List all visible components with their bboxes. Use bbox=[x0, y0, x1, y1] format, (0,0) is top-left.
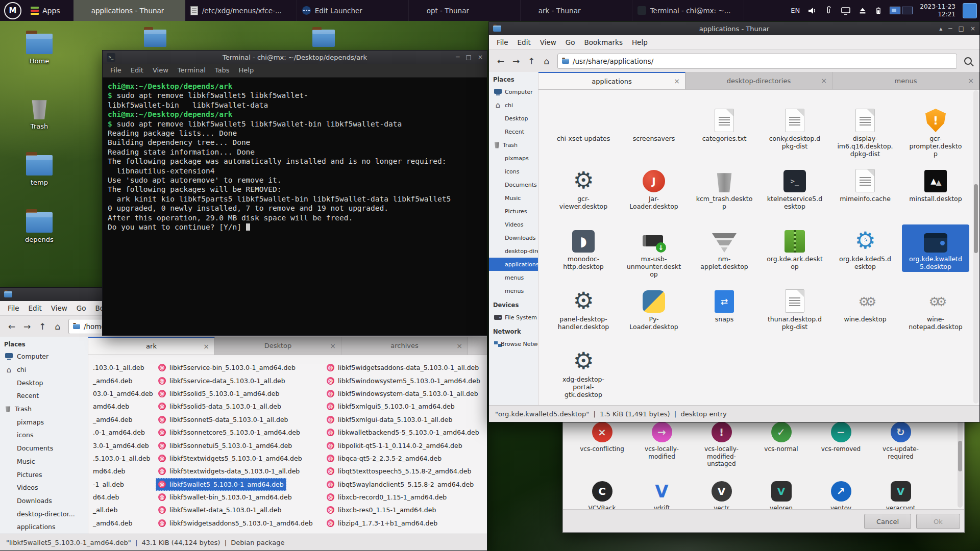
icon-option[interactable]: V vectr bbox=[692, 481, 751, 511]
file-row[interactable]: libpolkit-qt5-1-1_0.114.0-2_amd64.deb bbox=[324, 439, 465, 452]
path-bar[interactable]: /usr/share/applications/ bbox=[557, 54, 957, 69]
file-item[interactable]: categories.txt bbox=[691, 104, 758, 144]
file-item[interactable]: panel-desktop-handler.desktop bbox=[550, 285, 617, 332]
tab[interactable]: desktop-directories × bbox=[685, 72, 832, 89]
icon-option[interactable]: V veracrypt bbox=[871, 481, 930, 511]
file-item[interactable]: snaps bbox=[691, 285, 758, 324]
ok-button[interactable]: Ok bbox=[916, 514, 960, 529]
up-button[interactable]: ↑ bbox=[35, 319, 50, 334]
file-row[interactable]: libkf5service-bin_5.103.0-1_amd64.deb bbox=[156, 361, 298, 374]
menu-item[interactable]: File bbox=[106, 63, 126, 78]
menu-item[interactable]: Edit bbox=[24, 301, 46, 315]
file-row[interactable]: libkf5windowsystem5_5.103.0-1_amd64.deb bbox=[324, 374, 483, 387]
file-item[interactable]: ktelnetservice5.desktop bbox=[761, 164, 828, 212]
menu-item[interactable]: Edit bbox=[126, 63, 148, 78]
home-button[interactable]: ⌂ bbox=[50, 319, 65, 334]
menu-item[interactable]: Bookmarks bbox=[580, 35, 627, 49]
workspace-2[interactable] bbox=[902, 7, 913, 14]
scrollbar[interactable] bbox=[973, 90, 978, 404]
icon-option[interactable]: ↗ ventoy bbox=[811, 481, 871, 511]
file-row[interactable]: libkf5wallet-bin_5.103.0-1_amd64.deb bbox=[156, 491, 295, 504]
file-row[interactable]: libkf5sonnetcore5_5.103.0-1_amd64.deb bbox=[156, 426, 303, 439]
file-row-clipped[interactable]: 03.0-1_amd64.deb bbox=[90, 387, 155, 400]
tab[interactable]: menus × bbox=[832, 72, 979, 89]
sidebar-item[interactable]: icons bbox=[489, 165, 538, 178]
menu-item[interactable]: View bbox=[46, 301, 72, 315]
mx-logo-icon[interactable]: M bbox=[4, 2, 21, 19]
tab[interactable]: applications × bbox=[538, 72, 685, 89]
icon-option[interactable]: × vcs-conflicting bbox=[572, 422, 632, 468]
show-desktop-button[interactable] bbox=[963, 3, 977, 18]
tab-close-icon[interactable]: × bbox=[330, 342, 336, 350]
tab-close-icon[interactable]: × bbox=[968, 77, 974, 85]
menu-item[interactable]: Edit bbox=[513, 35, 535, 49]
sidebar-item[interactable]: chi bbox=[489, 98, 538, 112]
file-row-clipped[interactable]: .5.103.0-1_all.deb bbox=[90, 452, 153, 465]
menu-item[interactable]: Help bbox=[627, 35, 652, 49]
sidebar-item[interactable]: Documents bbox=[489, 178, 538, 191]
file-row-clipped[interactable]: _amd64.deb bbox=[90, 413, 135, 426]
battery-icon[interactable] bbox=[874, 6, 883, 16]
volume-icon[interactable] bbox=[807, 6, 817, 16]
icon-option[interactable]: V veloren bbox=[751, 481, 811, 511]
file-row-clipped[interactable]: d64.deb bbox=[90, 491, 121, 504]
back-button[interactable]: ← bbox=[493, 54, 508, 69]
file-row[interactable]: libxcb-record0_1.15-1_amd64.deb bbox=[324, 491, 449, 504]
file-item[interactable]: nm-applet.desktop bbox=[691, 224, 758, 272]
file-item[interactable]: wine.desktop bbox=[831, 285, 899, 324]
taskbar-item[interactable]: ark - Thunar bbox=[521, 0, 632, 21]
menu-item[interactable]: Go bbox=[72, 301, 91, 315]
workspace-1[interactable] bbox=[890, 7, 900, 14]
sidebar-item[interactable]: Recent bbox=[489, 125, 538, 138]
icon-view[interactable]: chi-xset-updates screensavers categories… bbox=[538, 90, 979, 406]
file-row-clipped[interactable]: 3.0-1_amd64.deb bbox=[90, 439, 152, 452]
file-row[interactable]: libkf5windowsystem-data_5.103.0-1_all.de… bbox=[324, 387, 481, 400]
desktop-icon-trash[interactable]: Trash bbox=[11, 98, 67, 130]
sidebar-item[interactable]: Videos bbox=[0, 481, 88, 494]
cancel-button[interactable]: Cancel bbox=[864, 514, 911, 529]
file-row[interactable]: libkf5wallet5_5.103.0-1_amd64.deb bbox=[156, 478, 286, 491]
file-row[interactable]: libxcb-res0_1.15-1_amd64.deb bbox=[324, 504, 438, 516]
sidebar-item[interactable]: desktop-director... bbox=[489, 244, 538, 258]
tab[interactable]: ark × bbox=[88, 337, 215, 355]
file-item[interactable]: mx-usb-unmounter.desktop bbox=[620, 224, 688, 280]
file-item[interactable]: gcr-prompter.desktop bbox=[902, 104, 969, 159]
sidebar-item[interactable]: Recent bbox=[0, 389, 88, 403]
sidebar-item[interactable]: icons bbox=[0, 429, 88, 442]
sidebar-item[interactable]: Pictures bbox=[0, 468, 88, 481]
icon-option[interactable]: → vcs-locally-modified bbox=[632, 422, 692, 468]
sidebar-item[interactable]: pixmaps bbox=[489, 152, 538, 165]
window-control-icon[interactable]: ─ bbox=[456, 54, 459, 61]
file-row[interactable]: libkf5solid5-data_5.103.0-1_all.deb bbox=[156, 400, 284, 413]
desktop-icon-home[interactable]: Home bbox=[11, 34, 67, 65]
search-icon[interactable] bbox=[960, 54, 975, 69]
file-row[interactable]: libqca-qt5-2_2.3.5-2_amd64.deb bbox=[324, 452, 444, 465]
sidebar-item[interactable]: Music bbox=[0, 455, 88, 468]
terminal-output[interactable]: chi@mx:~/Desktop/depends/ark$ sudo apt r… bbox=[103, 78, 487, 335]
sidebar-item[interactable]: desktop-director... bbox=[0, 507, 88, 520]
file-list[interactable]: .103.0-1_all.deb _amd64.deb 03.0-1_amd64… bbox=[88, 355, 487, 534]
menu-item[interactable]: Go bbox=[561, 35, 580, 49]
file-row-clipped[interactable]: .0-1_amd64.deb bbox=[90, 426, 148, 439]
sidebar-item[interactable]: Desktop bbox=[0, 376, 88, 389]
file-row-clipped[interactable]: _all.deb bbox=[90, 504, 120, 516]
taskbar-item[interactable]: Terminal - chi@mx: ~... bbox=[632, 0, 744, 21]
file-item[interactable]: org.kde.kwalletd5.desktop bbox=[902, 224, 969, 272]
sidebar-item[interactable]: applications bbox=[489, 258, 538, 271]
file-row[interactable]: libkwalletbackend5-5_5.103.0-1_amd64.deb bbox=[324, 426, 482, 439]
file-row-clipped[interactable]: _amd64.deb bbox=[90, 374, 135, 387]
sidebar-item[interactable]: Downloads bbox=[0, 494, 88, 508]
menu-item[interactable]: Terminal bbox=[173, 63, 210, 78]
icon-option[interactable]: ✓ vcs-normal bbox=[751, 422, 811, 468]
menu-item[interactable]: Help bbox=[234, 63, 259, 78]
sidebar-item[interactable]: menus bbox=[489, 271, 538, 284]
menu-item[interactable]: File bbox=[3, 301, 24, 315]
file-item[interactable]: screensavers bbox=[620, 104, 688, 144]
file-row[interactable]: libkf5widgetsaddons5_5.103.0-1_amd64.deb bbox=[156, 517, 315, 530]
tab-close-icon[interactable]: × bbox=[821, 77, 827, 85]
workspace-pager[interactable] bbox=[890, 7, 913, 14]
file-item[interactable]: monodoc-http.desktop bbox=[550, 224, 617, 272]
file-row-clipped[interactable]: _amd64.deb bbox=[90, 517, 135, 530]
display-icon[interactable] bbox=[841, 6, 851, 16]
file-item[interactable]: Py-Loader.desktop bbox=[620, 285, 688, 332]
